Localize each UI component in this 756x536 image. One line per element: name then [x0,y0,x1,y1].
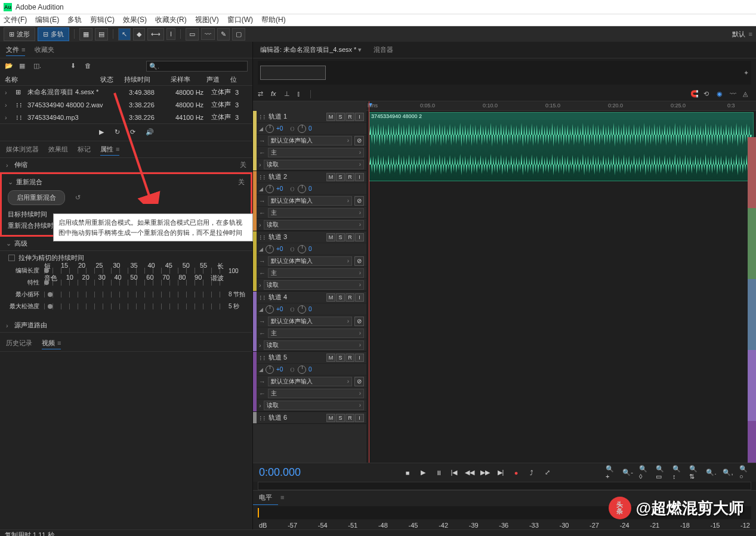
monitor-button[interactable]: I [355,414,364,422]
toggle-inputs-icon[interactable]: ⇄ [258,90,266,98]
group-icon[interactable]: ◉ [717,90,725,98]
stamp-tool-icon[interactable]: ✎ [217,28,230,41]
volume-knob[interactable] [266,365,274,374]
automation-dropdown[interactable]: 读取 [264,220,364,230]
zoom-in-point-icon[interactable]: 🔍. [706,467,717,478]
track-header[interactable]: ⫶⫶轨道 6MSRI ◢+0⟮⟯0 →默认立体声输入⊘ ←主 ›读取 [253,412,366,424]
zoom-out-icon[interactable]: 🔍- [622,467,633,478]
overview-bar[interactable]: ✦ [258,61,751,85]
track-header[interactable]: ⫶⫶轨道 2MSRI ◢+0⟮⟯0 →默认立体声输入⊘ ←主 ›读取 [253,171,366,231]
overview-settings-icon[interactable]: ✦ [743,69,749,77]
open-file-icon[interactable]: 📂 [5,62,13,70]
fx-slot[interactable]: ⊘ [354,256,364,266]
arm-button[interactable]: R [345,113,354,121]
tab-history[interactable]: 历史记录 [6,337,32,349]
skip-button[interactable]: ⤢ [542,467,553,478]
output-dropdown[interactable]: 主 [268,208,364,218]
menu-favorites[interactable]: 收藏夹(R) [155,15,187,25]
menu-window[interactable]: 窗口(W) [227,15,253,25]
volume-knob[interactable] [266,305,274,314]
zoom-full-icon[interactable]: 🔍◊ [639,467,650,478]
pan-knob[interactable] [298,305,306,314]
track-header[interactable]: ⫶⫶轨道 4MSRI ◢+0⟮⟯0 →默认立体声输入⊘ ←主 ›读取 [253,292,366,352]
arm-button[interactable]: R [345,233,354,241]
monitor-button[interactable]: I [355,293,364,302]
solo-button[interactable]: S [336,354,345,362]
input-dropdown[interactable]: 默认立体声输入 [268,377,352,386]
fx-slot[interactable]: ⊘ [354,377,364,386]
track-header[interactable]: ⫶⫶轨道 1MSRI ◢+0⟮⟯0 →默认立体声输入⊘ ←主 ›读取 [253,111,366,171]
rewind-button[interactable]: ◀◀ [464,467,475,478]
delete-icon[interactable]: 🗑 [85,62,93,70]
tab-favorites[interactable]: 收藏夹 [35,44,54,55]
slider-2[interactable]: 最小循环8 节拍 [0,289,252,300]
menu-help[interactable]: 帮助(H) [261,15,286,25]
new-file-icon[interactable]: ▦ [19,62,27,70]
tab-levels[interactable]: 电平 [253,491,278,505]
preview-play-icon[interactable]: ▶ [99,128,107,137]
output-dropdown[interactable]: 主 [268,148,364,157]
reload-icon[interactable]: ↺ [75,194,81,202]
file-row[interactable]: ›⫶⫶3745334940.mp33:38.22644100 Hz立体声3 [0,111,252,123]
tab-media-browser[interactable]: 媒体浏览器 [6,144,39,155]
tab-markers[interactable]: 标记 [78,144,91,155]
preview-volume-icon[interactable]: 🔊 [146,128,154,137]
automation-dropdown[interactable]: 读取 [264,401,364,410]
monitor-button[interactable]: I [355,354,364,362]
automation-dropdown[interactable]: 读取 [264,340,364,350]
time-ruler[interactable]: ▼ hms 0:05.0 0:10.0 0:15.0 0:20.0 0:25.0… [366,101,756,111]
workspace-label[interactable]: 默认 [732,30,745,39]
snap-icon[interactable]: 🧲 [690,90,699,98]
horizontal-scrollbar[interactable] [258,482,751,490]
multitrack-view-button[interactable]: ⊟多轨 [38,27,69,41]
tab-properties[interactable]: 属性≡ [100,144,119,156]
enable-remix-button[interactable]: 启用重新混合 [8,190,65,205]
col-status[interactable]: 状态 [100,75,124,84]
waveform-view-button[interactable]: ⊞波形 [4,27,35,41]
play-button[interactable]: ▶ [418,467,428,478]
col-pos[interactable]: 位 [230,75,242,84]
zoom-reset-icon[interactable]: 🔍○ [739,467,750,478]
solo-button[interactable]: S [336,414,345,422]
input-dropdown[interactable]: 默认立体声输入 [268,256,352,266]
arm-button[interactable]: R [345,293,354,302]
stop-button[interactable]: ■ [402,467,413,478]
col-name[interactable]: 名称 [5,75,100,84]
routing-section[interactable]: ›源声道路由 [0,318,252,333]
pause-button[interactable]: ⏸ [433,467,444,478]
tab-editor[interactable]: 编辑器: 未命名混音项目_4.sesx * ▾ [260,45,362,54]
eq-icon[interactable]: ⫿ [297,90,306,98]
arm-button[interactable]: R [345,354,354,362]
track-header[interactable]: ⫶⫶轨道 3MSRI ◢+0⟮⟯0 →默认立体声输入⊘ ←主 ›读取 [253,231,366,292]
menu-file[interactable]: 文件(F) [4,15,27,25]
insert-icon[interactable]: ⬇ [70,62,79,70]
zoom-out-v-icon[interactable]: 🔍⇅ [689,467,700,478]
mute-button[interactable]: M [326,414,335,422]
go-end-button[interactable]: ▶| [495,467,506,478]
menu-view[interactable]: 视图(V) [195,15,219,25]
record-button[interactable]: ● [511,467,522,478]
menu-effects[interactable]: 效果(S) [123,15,147,25]
slider-3[interactable]: 最大松弛度5 秒 [0,300,252,312]
pan-knob[interactable] [298,245,306,253]
pan-knob[interactable] [298,185,306,193]
zoom-out-point-icon[interactable]: 🔍, [723,467,733,478]
tab-video[interactable]: 视频≡ [42,337,61,349]
mute-button[interactable]: M [326,233,335,241]
solo-button[interactable]: S [336,293,345,302]
col-duration[interactable]: 持续时间 [124,75,171,84]
input-dropdown[interactable]: 默认立体声输入 [268,196,352,206]
solo-button[interactable]: S [336,173,345,181]
col-samplerate[interactable]: 采样率 [171,75,206,84]
zoom-sel-icon[interactable]: 🔍▭ [656,467,666,478]
slider-1[interactable]: 特性音色102030405060708090谐波 [0,277,252,289]
brush-tool-icon[interactable]: 〰 [201,28,215,40]
tool-spectral-icon[interactable]: ▤ [95,28,108,41]
automation-dropdown[interactable]: 读取 [264,160,364,169]
tab-effects-rack[interactable]: 效果组 [48,144,68,155]
sends-icon[interactable]: ⊥ [284,90,292,98]
automation-dropdown[interactable]: 读取 [264,280,364,290]
timecode-display[interactable]: 0:00.000 [259,466,360,479]
playhead-line[interactable] [369,101,369,463]
volume-knob[interactable] [266,125,274,133]
